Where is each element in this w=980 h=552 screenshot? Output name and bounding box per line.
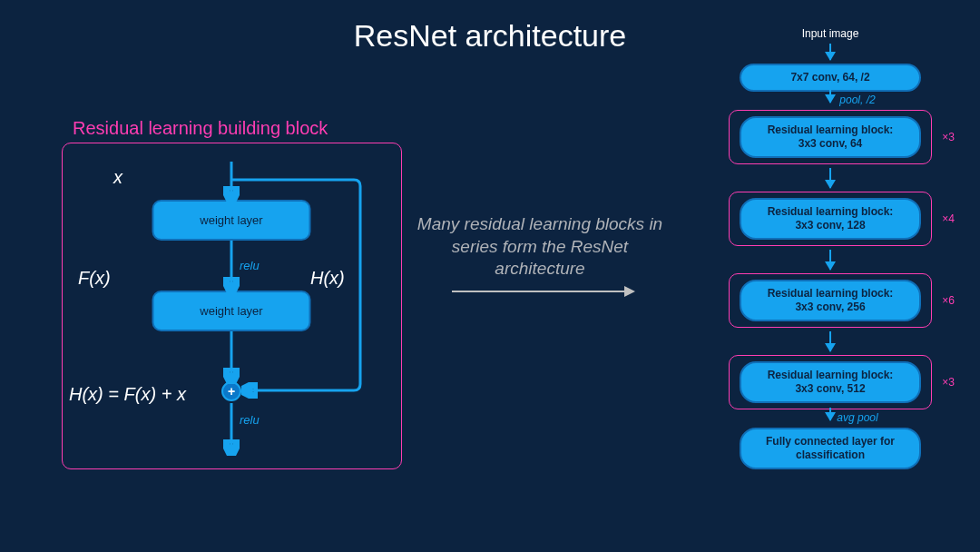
conv1-layer: 7x7 conv, 64, /2	[740, 64, 921, 92]
arrow-down-icon	[829, 90, 831, 103]
middle-caption: Many residual learning blocks in series …	[413, 213, 667, 281]
residual-block-pill: Residual learning block: 3x3 conv, 64	[740, 116, 921, 158]
block-title: Residual learning block:	[768, 369, 894, 381]
architecture-column: Input image 7x7 conv, 64, /2 pool, /2 Re…	[699, 27, 962, 469]
block-config: 3x3 conv, 64	[799, 137, 863, 150]
skip-connection-arrow-icon	[231, 177, 395, 395]
x-label: x	[113, 167, 122, 188]
arrow-down-icon	[829, 44, 831, 60]
fx-label: F(x)	[78, 268, 111, 289]
equation-label: H(x) = F(x) + x	[69, 384, 186, 405]
residual-stage-2: Residual learning block: 3x3 conv, 128 ×…	[729, 192, 932, 246]
repeat-count: ×6	[942, 294, 955, 307]
residual-block-pill: Residual learning block: 3x3 conv, 256	[740, 280, 921, 321]
residual-stage-1: Residual learning block: 3x3 conv, 64 ×3	[729, 110, 932, 164]
block-title: Residual learning block:	[768, 123, 894, 136]
relu-label-2: relu	[240, 413, 260, 427]
repeat-count: ×3	[942, 131, 955, 143]
residual-stage-3: Residual learning block: 3x3 conv, 256 ×…	[729, 273, 932, 328]
fc-layer: Fully connected layer for classification	[740, 428, 921, 469]
block-title: Residual learning block:	[768, 287, 894, 300]
arrow-down-icon	[230, 403, 233, 453]
arrow-down-icon	[829, 250, 831, 270]
block-config: 3x3 conv, 128	[795, 219, 865, 232]
arrow-down-icon	[829, 408, 831, 420]
input-image-label: Input image	[699, 27, 962, 40]
repeat-count: ×4	[942, 212, 955, 225]
residual-stage-4: Residual learning block: 3x3 conv, 512 ×…	[729, 355, 932, 409]
block-config: 3x3 conv, 256	[795, 301, 865, 313]
block-title: Residual learning block:	[768, 205, 894, 218]
residual-block-pill: Residual learning block: 3x3 conv, 128	[740, 198, 921, 240]
arrow-down-icon	[829, 168, 831, 188]
block-config: 3x3 conv, 512	[795, 382, 865, 395]
repeat-count: ×3	[942, 376, 955, 389]
arrow-down-icon	[829, 331, 831, 351]
residual-block-pill: Residual learning block: 3x3 conv, 512	[740, 361, 921, 403]
arrow-right-icon	[452, 291, 633, 292]
residual-block-heading: Residual learning building block	[73, 118, 328, 139]
